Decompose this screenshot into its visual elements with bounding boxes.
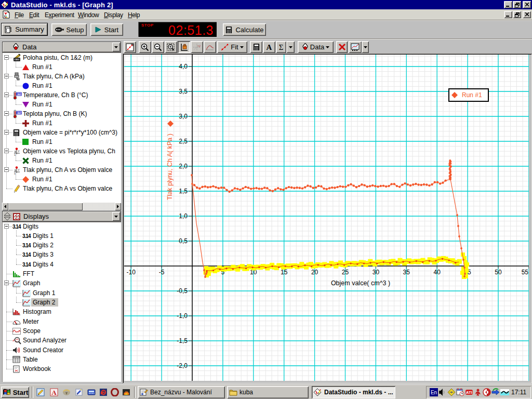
svg-text:A: A bbox=[267, 43, 272, 51]
svg-text:20: 20 bbox=[311, 269, 318, 276]
svg-text:15: 15 bbox=[281, 269, 288, 276]
svg-text:35: 35 bbox=[403, 269, 410, 276]
svg-text:30: 30 bbox=[373, 269, 380, 276]
svg-text:Run #1: Run #1 bbox=[462, 91, 482, 99]
svg-text:Tlak plynu, Ch A( kPa ): Tlak plynu, Ch A( kPa ) bbox=[166, 134, 174, 200]
svg-text:-5: -5 bbox=[159, 269, 165, 276]
svg-text:4,0: 4,0 bbox=[179, 63, 188, 70]
svg-text:3.14: 3.14 bbox=[22, 262, 31, 267]
svg-text:En: En bbox=[431, 390, 437, 395]
svg-text:3,5: 3,5 bbox=[179, 88, 188, 95]
svg-text:50: 50 bbox=[495, 269, 502, 276]
svg-text:A: A bbox=[51, 389, 57, 396]
svg-text:1,0: 1,0 bbox=[179, 212, 188, 220]
svg-text:-2,0: -2,0 bbox=[177, 362, 188, 369]
svg-text:-10: -10 bbox=[127, 269, 136, 276]
svg-text:2,0: 2,0 bbox=[179, 163, 188, 170]
svg-text:2,5: 2,5 bbox=[179, 138, 188, 145]
svg-text:3.14: 3.14 bbox=[22, 243, 31, 248]
svg-text:-0,5: -0,5 bbox=[177, 287, 188, 295]
svg-text:Objem valce( cm^3 ): Objem valce( cm^3 ) bbox=[331, 280, 390, 287]
svg-text:Σ: Σ bbox=[279, 43, 284, 51]
svg-text:25: 25 bbox=[342, 269, 349, 276]
svg-text:3,0: 3,0 bbox=[179, 113, 188, 120]
svg-text:1,5: 1,5 bbox=[179, 188, 188, 195]
svg-text:0,5: 0,5 bbox=[179, 237, 188, 245]
svg-text:3.14: 3.14 bbox=[22, 252, 31, 257]
svg-text:40: 40 bbox=[434, 269, 441, 276]
svg-text:3.14: 3.14 bbox=[12, 224, 21, 229]
svg-text:-1,5: -1,5 bbox=[177, 337, 188, 344]
svg-text:ATI: ATI bbox=[466, 390, 472, 395]
svg-text:55: 55 bbox=[522, 269, 529, 276]
svg-text:-1,0: -1,0 bbox=[177, 312, 188, 320]
svg-text:3.14: 3.14 bbox=[22, 233, 31, 238]
